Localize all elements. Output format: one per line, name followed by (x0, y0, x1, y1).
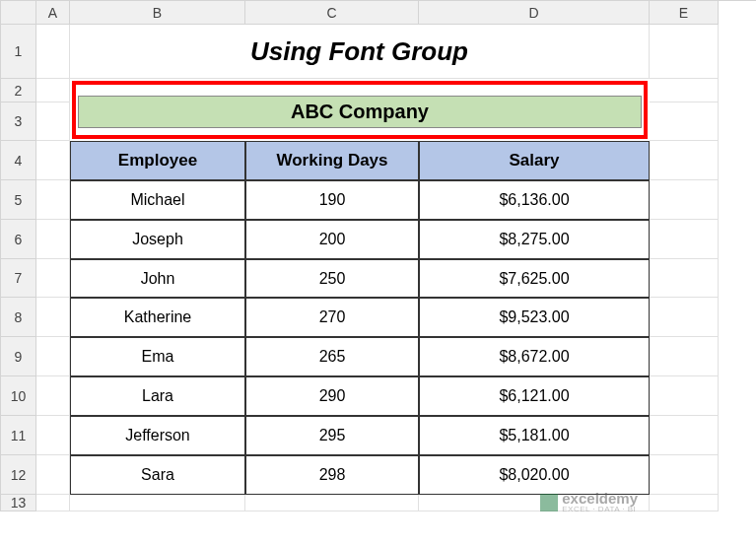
table-row[interactable]: $8,020.00 (419, 455, 650, 495)
page-title[interactable]: Using Font Group (70, 25, 650, 79)
cell-e11[interactable] (650, 416, 719, 455)
row-header-10[interactable]: 10 (1, 376, 36, 416)
company-merged-cell[interactable]: ABC Company (70, 79, 650, 141)
table-row[interactable]: 200 (245, 220, 419, 259)
cell-e3[interactable] (650, 102, 719, 141)
row-header-6[interactable]: 6 (1, 220, 36, 259)
col-header-e[interactable]: E (650, 1, 719, 25)
cell-a6[interactable] (36, 220, 70, 259)
table-row[interactable]: $8,275.00 (419, 220, 650, 259)
row-header-1[interactable]: 1 (1, 25, 36, 79)
cell-a9[interactable] (36, 337, 70, 376)
table-row[interactable]: 250 (245, 259, 419, 298)
cell-a5[interactable] (36, 180, 70, 220)
table-row[interactable]: Joseph (70, 220, 245, 259)
col-header-a[interactable]: A (36, 1, 70, 25)
header-working-days[interactable]: Working Days (245, 141, 419, 180)
table-row[interactable]: 295 (245, 416, 419, 455)
table-row[interactable]: $5,181.00 (419, 416, 650, 455)
cell-e12[interactable] (650, 455, 719, 495)
table-row[interactable]: John (70, 259, 245, 298)
cell-e13[interactable] (650, 495, 719, 511)
company-name: ABC Company (78, 96, 642, 128)
header-salary[interactable]: Salary (419, 141, 650, 180)
watermark-main: exceldemy (562, 491, 638, 506)
cell-e2[interactable] (650, 79, 719, 102)
watermark: exceldemy EXCEL · DATA · BI (540, 491, 638, 513)
table-row[interactable]: Katherine (70, 298, 245, 337)
cell-e8[interactable] (650, 298, 719, 337)
cell-a13[interactable] (36, 495, 70, 511)
row-header-9[interactable]: 9 (1, 337, 36, 376)
row-header-2[interactable]: 2 (1, 79, 36, 102)
col-header-d[interactable]: D (419, 1, 650, 25)
highlight-box: ABC Company (72, 81, 648, 139)
cell-a10[interactable] (36, 376, 70, 416)
cell-a8[interactable] (36, 298, 70, 337)
cell-a11[interactable] (36, 416, 70, 455)
table-row[interactable]: $6,121.00 (419, 376, 650, 416)
row-header-8[interactable]: 8 (1, 298, 36, 337)
cell-a1[interactable] (36, 25, 70, 79)
header-employee[interactable]: Employee (70, 141, 245, 180)
cell-a7[interactable] (36, 259, 70, 298)
table-row[interactable]: Jefferson (70, 416, 245, 455)
cell-a4[interactable] (36, 141, 70, 180)
table-row[interactable]: $6,136.00 (419, 180, 650, 220)
cell-a3[interactable] (36, 102, 70, 141)
row-header-12[interactable]: 12 (1, 455, 36, 495)
cell-b13[interactable] (70, 495, 245, 511)
table-row[interactable]: 298 (245, 455, 419, 495)
table-row[interactable]: $7,625.00 (419, 259, 650, 298)
cell-e5[interactable] (650, 180, 719, 220)
row-header-13[interactable]: 13 (1, 495, 36, 511)
cell-e1[interactable] (650, 25, 719, 79)
row-header-5[interactable]: 5 (1, 180, 36, 220)
table-row[interactable]: 270 (245, 298, 419, 337)
select-all-corner[interactable] (1, 1, 36, 25)
table-row[interactable]: 265 (245, 337, 419, 376)
excel-icon (540, 494, 558, 511)
table-row[interactable]: Lara (70, 376, 245, 416)
cell-e7[interactable] (650, 259, 719, 298)
cell-a12[interactable] (36, 455, 70, 495)
row-header-3[interactable]: 3 (1, 102, 36, 141)
table-row[interactable]: Sara (70, 455, 245, 495)
row-header-7[interactable]: 7 (1, 259, 36, 298)
cell-e10[interactable] (650, 376, 719, 416)
cell-c13[interactable] (245, 495, 419, 511)
table-row[interactable]: 190 (245, 180, 419, 220)
table-row[interactable]: 290 (245, 376, 419, 416)
cell-e6[interactable] (650, 220, 719, 259)
row-header-11[interactable]: 11 (1, 416, 36, 455)
spreadsheet-grid: A B C D E 1 Using Font Group 2 ABC Compa… (0, 0, 756, 511)
watermark-sub: EXCEL · DATA · BI (562, 506, 638, 513)
table-row[interactable]: Ema (70, 337, 245, 376)
table-row[interactable]: Michael (70, 180, 245, 220)
table-row[interactable]: $8,672.00 (419, 337, 650, 376)
table-row[interactable]: $9,523.00 (419, 298, 650, 337)
cell-e4[interactable] (650, 141, 719, 180)
col-header-c[interactable]: C (245, 1, 419, 25)
row-header-4[interactable]: 4 (1, 141, 36, 180)
col-header-b[interactable]: B (70, 1, 245, 25)
cell-a2[interactable] (36, 79, 70, 102)
cell-e9[interactable] (650, 337, 719, 376)
